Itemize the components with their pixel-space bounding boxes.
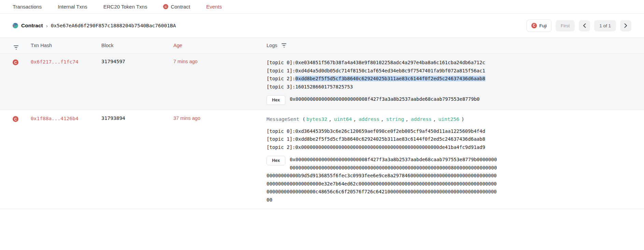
contract-header: Contract › 0x5e67eA6d6f290F857c1888204b7…	[0, 14, 644, 38]
tab-contract[interactable]: C Contract	[163, 4, 190, 10]
tab-events[interactable]: Events	[206, 4, 222, 10]
breadcrumb-separator: ›	[46, 23, 48, 29]
hex-toggle-button[interactable]: Hex	[267, 95, 285, 105]
breadcrumb: Contract › 0x5e67eA6d6f290F857c1888204b7…	[13, 23, 176, 29]
log-topic: [topic 2]:0xdd8be2f5f5d5cf3b8640c6292402…	[267, 75, 498, 83]
selected-topic-text: 0xdd8be2f5f5d5cf3b8640c62924025b311ae83c…	[295, 76, 485, 81]
tab-erc20-token-txns[interactable]: ERC20 Token Txns	[103, 4, 147, 10]
event-log-row: C 0x1f88a...4126b4 31793894 37 mins ago …	[0, 110, 644, 209]
log-topic: [topic 1]:0xd4d4a5d0db05dc714f8150c1af65…	[267, 67, 498, 75]
tab-label: Transactions	[13, 4, 42, 10]
tab-bar: Transactions Internal Txns ERC20 Token T…	[0, 0, 644, 14]
hex-toggle-button[interactable]: Hex	[267, 156, 285, 165]
txn-hash-link[interactable]: 0x6f217...f1fc74	[31, 59, 78, 65]
network-icon: C	[531, 23, 537, 28]
header-controls: C Fuji First 1 of 1	[527, 19, 631, 32]
chevron-left-icon	[583, 23, 586, 28]
next-page-button[interactable]	[620, 20, 631, 31]
first-page-button[interactable]: First	[556, 20, 575, 31]
tab-label: ERC20 Token Txns	[103, 4, 147, 10]
event-signature: MessageSent(bytes32,uint64,address,strin…	[267, 115, 498, 124]
tab-label: Internal Txns	[58, 4, 87, 10]
log-topic: [topic 1]:0xdd8be2f5f5d5cf3b8640c6292402…	[267, 135, 498, 143]
column-header-block: Block	[101, 43, 173, 48]
contract-tx-icon: C	[13, 59, 18, 65]
contract-logo-icon	[13, 23, 18, 28]
tab-label: Events	[206, 4, 222, 10]
network-label: Fuji	[539, 23, 547, 28]
contract-icon: C	[163, 4, 168, 9]
log-topic: [topic 3]:16015286601757825753	[267, 83, 498, 91]
page-indicator[interactable]: 1 of 1	[594, 20, 616, 31]
age-value: 37 mins ago	[173, 115, 267, 121]
prev-page-button[interactable]	[579, 20, 590, 31]
block-number: 31793894	[101, 115, 173, 121]
log-data-section: Hex 0x0000000000000000000000008f427f3a3a…	[267, 95, 498, 105]
column-header-age[interactable]: Age	[173, 43, 267, 48]
event-log-row: C 0x6f217...f1fc74 31794597 7 mins ago […	[0, 53, 644, 110]
tab-label: Contract	[171, 4, 190, 10]
breadcrumb-label: Contract	[21, 23, 43, 29]
events-table-header: Txn Hash Block Age Logs	[0, 38, 644, 53]
txn-hash-link[interactable]: 0x1f88a...4126b4	[31, 116, 78, 121]
log-topic: [topic 0]:0xe034851f567b38fa4a438e9f8010…	[267, 59, 498, 67]
age-value: 7 mins ago	[173, 59, 267, 64]
block-number: 31794597	[101, 59, 173, 64]
log-topic: [topic 0]:0xd36445359b3c6e26c120659aef09…	[267, 127, 498, 136]
log-topic: [topic 2]:0x0000000000000000000000000000…	[267, 143, 498, 152]
contract-tx-icon: C	[13, 116, 18, 122]
column-header-logs: Logs	[267, 43, 277, 48]
contract-address: 0x5e67eA6d6f290F857c1888204b7540Bac76001…	[51, 23, 176, 28]
filter-icon[interactable]	[14, 45, 18, 50]
log-data-hex: 0x0000000000000000000000008f427f3a3a8b25…	[267, 95, 498, 103]
tab-internal-txns[interactable]: Internal Txns	[58, 4, 87, 10]
log-data-hex: 0x0000000000000000000000008f427f3a3a8b25…	[267, 156, 498, 204]
network-selector[interactable]: C Fuji	[527, 19, 552, 32]
column-header-txn-hash: Txn Hash	[31, 43, 101, 48]
logs-filter-icon[interactable]	[282, 43, 286, 47]
chevron-right-icon	[624, 23, 627, 28]
tab-transactions[interactable]: Transactions	[13, 4, 42, 10]
log-data-section: Hex 0x0000000000000000000000008f427f3a3a…	[267, 156, 498, 204]
